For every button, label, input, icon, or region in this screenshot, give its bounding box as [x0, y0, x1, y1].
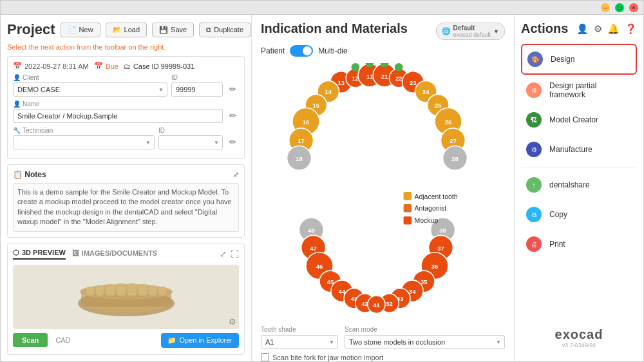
svg-text:Antagonist: Antagonist	[414, 204, 446, 212]
svg-text:36: 36	[431, 263, 438, 270]
client-input[interactable]	[13, 82, 167, 97]
tab-images-documents[interactable]: 🖼 IMAGES/DOCUMENTS	[72, 249, 157, 258]
app-window: – □ × Project 📄 New 📂 Load 💾 Save	[0, 0, 644, 362]
technician-row: 🔧 Technician ID	[13, 127, 239, 149]
design-action-icon: 🎨	[526, 50, 544, 68]
bell-icon-btn[interactable]: 🔔	[607, 23, 620, 35]
tooth-svg: 13 12 11 21	[287, 63, 480, 321]
settings-icon-btn[interactable]: ⚙	[594, 23, 602, 35]
patient-toggle[interactable]	[290, 45, 313, 57]
help-icon-btn[interactable]: ❓	[625, 23, 637, 35]
svg-rect-79	[403, 192, 412, 200]
scan-button[interactable]: Scan	[13, 333, 48, 347]
tech-id-select[interactable]	[158, 135, 223, 149]
technician-group: 🔧 Technician	[13, 127, 155, 149]
folder-icon: 📁	[167, 336, 176, 345]
actions-title: Actions	[521, 21, 568, 36]
close-button[interactable]: ×	[629, 3, 638, 12]
action-manufacture[interactable]: ⚙ Manufacture	[521, 135, 637, 164]
notes-expand-icon[interactable]: ⤢	[233, 171, 239, 179]
scan-mode-select[interactable]: Two stone models in occlusion	[345, 335, 505, 349]
model-svg	[75, 271, 178, 323]
client-icon: 👤	[13, 74, 21, 81]
svg-text:34: 34	[408, 288, 415, 295]
title-bar: – □ ×	[1, 1, 643, 15]
minimize-button[interactable]: –	[601, 3, 610, 12]
manufacture-icon: ⚙	[525, 140, 543, 158]
duplicate-icon: ⧉	[206, 26, 211, 34]
svg-text:37: 37	[437, 245, 444, 252]
new-icon: 📄	[68, 26, 77, 34]
svg-text:26: 26	[444, 119, 451, 126]
svg-text:Adjacent tooth: Adjacent tooth	[414, 193, 457, 200]
action-dentalshare[interactable]: ↑ dentalshare	[521, 171, 637, 199]
action-design-partial[interactable]: ⚙ Design partial framework	[521, 76, 637, 104]
duplicate-button[interactable]: ⧉ Duplicate	[199, 23, 251, 37]
tooth-shade-label: Tooth shade	[261, 326, 338, 333]
action-print[interactable]: 🖨 Print	[521, 230, 637, 258]
design-partial-icon: ⚙	[525, 81, 543, 99]
scan-cad-group: Scan CAD	[13, 333, 71, 347]
model-settings-btn[interactable]: ⚙	[229, 317, 236, 327]
action-copy[interactable]: ⧉ Copy	[521, 200, 637, 229]
user-icon-btn[interactable]: 👤	[576, 23, 589, 35]
svg-text:23: 23	[410, 79, 417, 86]
save-icon: 💾	[159, 26, 168, 34]
svg-text:13: 13	[337, 79, 345, 86]
manufacture-label: Manufacture	[549, 145, 592, 154]
preview-expand-btn[interactable]: ⤢	[220, 249, 227, 259]
default-settings[interactable]: 🌐 Default exocad default ▼	[436, 23, 505, 40]
load-icon: 📂	[113, 26, 122, 34]
svg-text:28: 28	[451, 155, 459, 162]
tech-id-select-wrapper	[158, 135, 223, 149]
new-button[interactable]: 📄 New	[61, 23, 100, 37]
svg-rect-5	[96, 285, 104, 296]
name-label: 👤 Name	[13, 100, 223, 108]
scan-bite-checkbox[interactable]	[261, 353, 269, 361]
svg-point-25	[394, 63, 402, 71]
client-group: 👤 Client	[13, 74, 167, 97]
preview-fullscreen-btn[interactable]: ⛶	[231, 249, 239, 259]
svg-text:41: 41	[373, 301, 380, 309]
action-design[interactable]: 🎨 Design	[521, 44, 637, 75]
svg-text:25: 25	[434, 102, 441, 109]
due-item: 📅 Due	[94, 62, 118, 70]
svg-rect-8	[128, 283, 137, 296]
model-preview: ⚙	[13, 265, 239, 329]
technician-label: 🔧 Technician	[13, 127, 155, 134]
svg-text:16: 16	[302, 119, 309, 126]
client-label: 👤 Client	[13, 74, 167, 81]
svg-point-16	[351, 63, 359, 71]
calendar-icon: 📅	[13, 62, 22, 70]
name-icon: 👤	[13, 100, 21, 108]
cube-icon: ⬡	[13, 249, 19, 257]
client-edit-icon[interactable]: ✏	[227, 82, 239, 97]
tab-3d-preview[interactable]: ⬡ 3D PREVIEW	[13, 249, 66, 260]
svg-text:24: 24	[422, 88, 430, 95]
name-input[interactable]	[13, 109, 223, 123]
notes-text: This is a demo sample for the Smile Crea…	[13, 183, 239, 232]
tooth-shade-select[interactable]: A1	[261, 335, 338, 349]
technician-edit-icon[interactable]: ✏	[227, 135, 239, 149]
right-panel: Actions 👤 ⚙ 🔔 ❓ 🎨 Design	[515, 15, 643, 361]
action-model-creator[interactable]: 🏗 Model Creator	[521, 106, 637, 134]
tech-id-group: ID	[158, 127, 223, 149]
model-creator-label: Model Creator	[549, 115, 598, 124]
design-partial-label: Design partial framework	[549, 81, 633, 99]
save-button[interactable]: 💾 Save	[152, 23, 194, 37]
client-id-input[interactable]	[171, 82, 223, 97]
copy-icon: ⧉	[525, 205, 543, 224]
design-action-label: Design	[551, 55, 574, 64]
notes-section: 📋 Notes ⤢ This is a demo sample for the …	[7, 164, 245, 238]
svg-text:11: 11	[366, 73, 373, 80]
name-edit-icon[interactable]: ✏	[227, 108, 239, 123]
svg-rect-10	[149, 285, 156, 296]
client-id-group: ID	[171, 74, 223, 97]
open-explorer-button[interactable]: 📁 Open in Explorer	[161, 333, 239, 348]
date-item: 📅 2022-09-27 8:31 AM	[13, 62, 89, 70]
tooth-diagram: 13 12 11 21	[261, 63, 505, 321]
svg-text:21: 21	[381, 73, 388, 80]
maximize-button[interactable]: □	[615, 3, 624, 12]
technician-select[interactable]	[13, 135, 155, 149]
load-button[interactable]: 📂 Load	[106, 23, 147, 37]
